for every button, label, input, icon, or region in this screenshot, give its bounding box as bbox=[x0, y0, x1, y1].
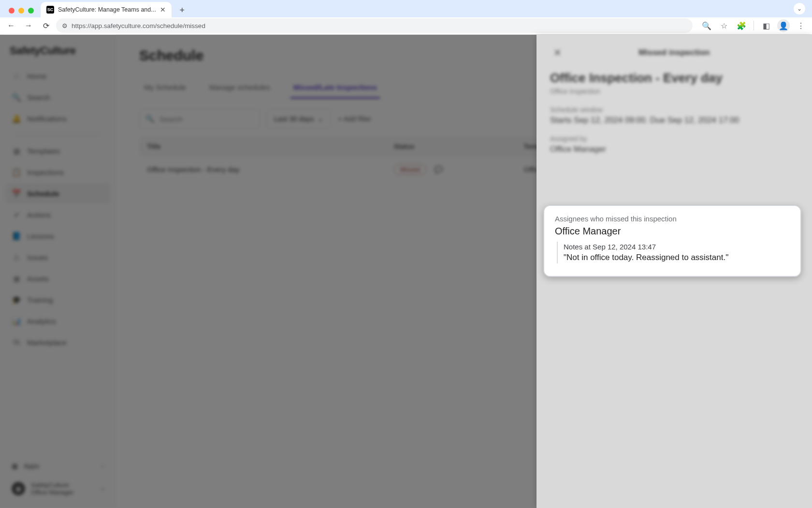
tab-close-icon[interactable]: ✕ bbox=[160, 6, 166, 14]
back-button[interactable]: ← bbox=[4, 18, 18, 33]
kebab-menu-icon[interactable]: ⋮ bbox=[794, 18, 808, 33]
forward-button[interactable]: → bbox=[21, 18, 36, 33]
site-info-icon[interactable]: ⚙ bbox=[62, 22, 68, 29]
reload-button[interactable]: ⟳ bbox=[39, 18, 53, 33]
separator bbox=[754, 21, 754, 30]
browser-tab[interactable]: SC SafetyCulture: Manage Teams and... ✕ bbox=[41, 2, 172, 17]
minimize-window-icon[interactable] bbox=[18, 8, 24, 14]
assignee-missed-card: Assignees who missed this inspection Off… bbox=[543, 205, 801, 277]
zoom-icon[interactable]: 🔍 bbox=[699, 18, 714, 33]
browser-chrome: SC SafetyCulture: Manage Teams and... ✕ … bbox=[0, 0, 812, 35]
close-window-icon[interactable] bbox=[9, 8, 14, 14]
favicon-icon: SC bbox=[46, 6, 54, 14]
maximize-window-icon[interactable] bbox=[28, 8, 34, 14]
bookmark-icon[interactable]: ☆ bbox=[717, 18, 731, 33]
card-label: Assignees who missed this inspection bbox=[555, 215, 790, 223]
note-timestamp: Notes at Sep 12, 2024 13:47 bbox=[564, 243, 790, 251]
assignee-name: Office Manager bbox=[555, 226, 790, 237]
tab-title: SafetyCulture: Manage Teams and... bbox=[58, 6, 156, 13]
note-block: Notes at Sep 12, 2024 13:47 "Not in offi… bbox=[557, 242, 790, 263]
toolbar: ← → ⟳ ⚙ https://app.safetyculture.com/sc… bbox=[0, 17, 812, 35]
app: SafetyCulture ⌂Home 🔍Search 🔔Notificatio… bbox=[0, 35, 812, 508]
avatar-icon: 👤 bbox=[777, 19, 790, 32]
url-text: https://app.safetyculture.com/schedule/m… bbox=[72, 22, 205, 29]
tabs-overflow-icon[interactable]: ⌄ bbox=[794, 3, 805, 15]
profile-button[interactable]: 👤 bbox=[776, 18, 791, 33]
sidepanel-icon[interactable]: ◧ bbox=[759, 18, 773, 33]
address-bar[interactable]: ⚙ https://app.safetyculture.com/schedule… bbox=[56, 18, 693, 33]
tab-strip: SC SafetyCulture: Manage Teams and... ✕ … bbox=[0, 0, 812, 17]
toolbar-right: 🔍 ☆ 🧩 ◧ 👤 ⋮ bbox=[699, 18, 808, 33]
new-tab-button[interactable]: + bbox=[175, 4, 189, 17]
extensions-icon[interactable]: 🧩 bbox=[734, 18, 749, 33]
window-controls[interactable] bbox=[9, 8, 34, 14]
note-text: "Not in office today. Reassigned to assi… bbox=[564, 253, 790, 262]
